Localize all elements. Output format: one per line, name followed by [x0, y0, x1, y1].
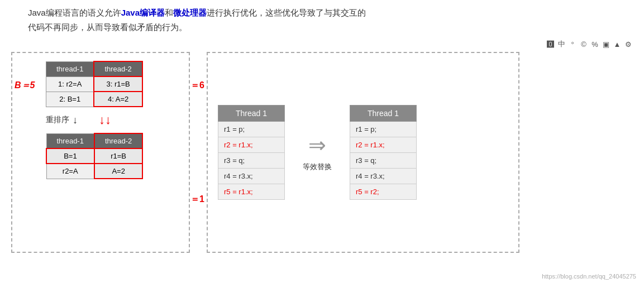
toolbar-icon-grid[interactable]: % [590, 40, 599, 49]
equiv-arrow-icon: ⇒ [308, 133, 326, 157]
right-right-panel: Thread 1 r1 = p; r2 = r1.x; r3 = q; r4 =… [350, 105, 417, 200]
page-wrapper: Java编程语言的语义允许Java编译器和微处理器进行执行优化，这些优化导致了与… [0, 0, 644, 258]
intro-and: 和 [165, 8, 173, 17]
annotation-eq6: ＝6 [190, 80, 204, 92]
reorder-arrow-down: ↓ [73, 114, 78, 126]
right-left-row3: r3 = q; [218, 153, 285, 169]
toolbar-icon-gear[interactable]: ⚙ [624, 40, 633, 49]
top-header-thread1: thread-1 [46, 61, 94, 76]
right-left-row5: r5 = r1.x; [218, 184, 285, 200]
right-right-header: Thread 1 [350, 105, 417, 122]
right-diagram: Thread 1 r1 = p; r2 = r1.x; r3 = q; r4 =… [207, 52, 519, 253]
reorder-label: 重排序 [46, 115, 69, 125]
right-right-row3: r3 = q; [350, 153, 417, 169]
top-row2-col2: 4: A=2 [94, 92, 142, 107]
intro-micro: 微处理器 [173, 8, 207, 17]
bot-header-thread1: thread-1 [46, 133, 94, 148]
toolbar-icon-image[interactable]: ▣ [602, 40, 610, 49]
equiv-label: 等效替换 [303, 162, 332, 172]
annotation-b5: B＝5 [15, 80, 35, 92]
watermark: https://blog.csdn.net/qq_24045275 [542, 273, 636, 280]
top-row1-col1: 1: r2=A [46, 76, 94, 92]
top-row1-col2: 3: r1=B [94, 76, 142, 92]
toolbar-icon-zhong[interactable]: 🅾 [546, 40, 555, 49]
intro-text: Java编程语言的语义允许Java编译器和微处理器进行执行优化，这些优化导致了与… [11, 6, 633, 34]
right-right-row2: r2 = r1.x; [350, 137, 417, 153]
right-left-panel: Thread 1 r1 = p; r2 = r1.x; r3 = q; r4 =… [218, 105, 285, 200]
toolbar-icon-percent[interactable]: © [579, 40, 588, 49]
right-right-row4: r4 = r3.x; [350, 169, 417, 184]
right-right-row5: r5 = r2; [350, 184, 417, 200]
toolbar-icon-copy[interactable]: ° [568, 40, 577, 49]
bot-row1-col2: r1=B [94, 148, 142, 164]
top-header-thread2: thread-2 [94, 61, 142, 76]
right-right-row1: r1 = p; [350, 122, 417, 137]
top-row2-col1: 2: B=1 [46, 92, 94, 107]
toolbar: 🅾 中 ° © % ▣ ▲ ⚙ [11, 40, 633, 49]
bot-header-thread2: thread-2 [94, 133, 142, 148]
reorder-section: 重排序 ↓ ↓↓ [46, 109, 178, 131]
annotation-eq1: ＝1 [190, 194, 204, 205]
right-left-header: Thread 1 [218, 105, 285, 122]
equiv-section: ⇒ 等效替换 [295, 133, 340, 172]
toolbar-icon-up[interactable]: ▲ [613, 40, 622, 49]
right-left-row4: r4 = r3.x; [218, 169, 285, 184]
right-left-row2: r2 = r1.x; [218, 137, 285, 153]
diagrams-row: B＝5 ＝6 ＝1 thread-1 thread-2 1: r2=A 3: r… [11, 52, 633, 253]
intro-java-compiler: Java编译器 [121, 8, 165, 17]
bot-row1-col1: B=1 [46, 148, 94, 164]
bottom-thread-table: thread-1 thread-2 B=1 r1=B r2=A A=2 [46, 133, 143, 179]
top-thread-table: thread-1 thread-2 1: r2=A 3: r1=B 2: B=1… [46, 61, 143, 107]
bot-row2-col2: A=2 [94, 164, 142, 179]
intro-line1-post: 进行执行优化，这些优化导致了与其交互的 [207, 8, 366, 17]
intro-line2: 代码不再同步，从而导致看似矛盾的行为。 [28, 22, 187, 32]
toolbar-icon-degree[interactable]: 中 [557, 40, 566, 49]
left-diagram: B＝5 ＝6 ＝1 thread-1 thread-2 1: r2=A 3: r… [11, 52, 190, 253]
intro-line1-pre: Java编程语言的语义允许 [28, 8, 121, 17]
bot-row2-col1: r2=A [46, 164, 94, 179]
right-left-row1: r1 = p; [218, 122, 285, 137]
reorder-red-arrow: ↓↓ [99, 113, 111, 127]
